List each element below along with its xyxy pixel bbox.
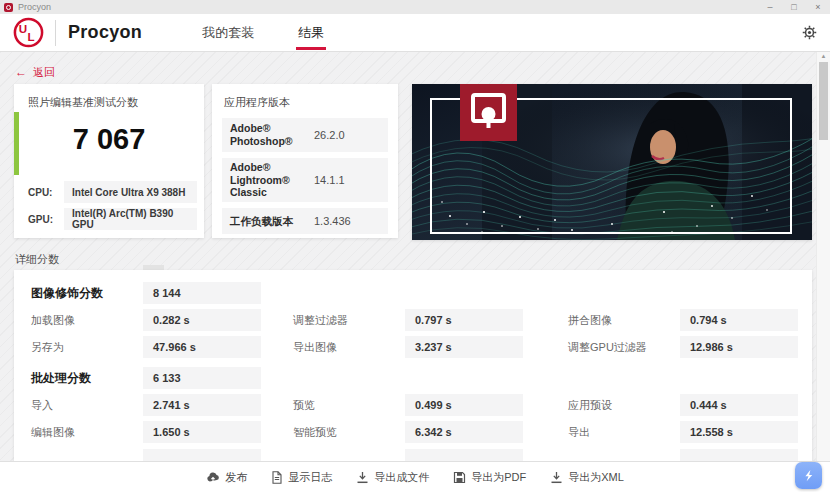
minimize-icon[interactable]: – <box>758 0 782 14</box>
gpu-value: Intel(R) Arc(TM) B390 GPU <box>64 208 197 230</box>
file-download-icon <box>356 471 369 484</box>
tab-my-suites[interactable]: 我的套装 <box>200 14 256 51</box>
widget-s-icon <box>801 468 816 483</box>
gpu-label: GPU: <box>14 214 64 225</box>
back-link[interactable]: ←返回 <box>15 65 55 80</box>
detail-section-title: 详细分数 <box>15 252 59 267</box>
vertical-scrollbar[interactable]: ▲ <box>816 52 830 461</box>
show-log-button[interactable]: 显示日志 <box>271 470 332 485</box>
export-file-button[interactable]: 导出成文件 <box>356 470 429 485</box>
cloud-upload-icon <box>206 471 220 483</box>
score-card-title: 照片编辑基准测试分数 <box>14 84 204 110</box>
retouch-score-value: 8 144 <box>143 282 261 304</box>
ul-logo-icon: U L <box>12 16 45 49</box>
maximize-icon[interactable]: □ <box>782 0 806 14</box>
metric-row: 导入2.741 s 预览0.499 s 应用预设0.444 s <box>14 394 812 416</box>
export-xml-button[interactable]: 导出为XML <box>550 470 624 485</box>
window-title: Procyon <box>18 2 51 12</box>
cpu-label: CPU: <box>14 187 64 198</box>
scrollbar-thumb[interactable] <box>819 62 828 140</box>
svg-text:U: U <box>19 22 27 35</box>
app-header: U L Procyon 我的套装 结果 <box>0 14 830 52</box>
metric-row: 编辑图像1.650 s 智能预览6.342 s 导出12.558 s <box>14 421 812 443</box>
app-versions-title: 应用程序版本 <box>224 95 388 110</box>
procyon-app-window: Procyon – □ × U L Procyon 我的套装 结果 <box>0 0 830 492</box>
publish-button[interactable]: 发布 <box>206 470 247 485</box>
scroll-up-icon[interactable]: ▲ <box>817 53 830 59</box>
tab-results[interactable]: 结果 <box>296 14 326 51</box>
benchmark-hero-image <box>412 84 812 240</box>
back-arrow-icon: ← <box>15 65 27 79</box>
floating-widget-button[interactable] <box>795 462 822 489</box>
close-icon[interactable]: × <box>806 0 830 14</box>
version-row-lightroom: Adobe® Lightroom® Classic 14.1.1 <box>222 158 388 202</box>
clipped-metric-row: 26.275 12.958 <box>14 448 812 461</box>
export-pdf-button[interactable]: 导出为PDF <box>453 470 526 485</box>
metric-row: 加载图像0.282 s 调整过滤器0.797 s 拼合图像0.794 s <box>14 309 812 331</box>
retouch-score-row: 图像修饰分数 8 144 <box>14 282 812 304</box>
overall-score: 7 067 <box>14 123 204 156</box>
gpu-row: GPU: Intel(R) Arc(TM) B390 GPU <box>14 208 204 230</box>
results-content: ←返回 照片编辑基准测试分数 7 067 CPU: Intel Core Ult… <box>0 52 830 461</box>
app-icon <box>4 3 13 12</box>
benchmark-score-card: 照片编辑基准测试分数 7 067 CPU: Intel Core Ultra X… <box>14 84 204 238</box>
photo-benchmark-logo <box>460 84 517 141</box>
log-document-icon <box>271 471 283 484</box>
cpu-row: CPU: Intel Core Ultra X9 388H <box>14 181 204 203</box>
batch-score-value: 6 133 <box>143 367 261 389</box>
footer-toolbar: 发布 显示日志 导出成文件 导出为PDF <box>0 461 830 492</box>
svg-text:L: L <box>28 30 35 43</box>
metric-row: 另存为47.966 s 导出图像3.237 s 调整GPU过滤器12.986 s <box>14 336 812 358</box>
detailed-scores-card: 图像修饰分数 8 144 加载图像0.282 s 调整过滤器0.797 s 拼合… <box>14 270 812 461</box>
batch-score-row: 批处理分数 6 133 <box>14 367 812 389</box>
version-row-photoshop: Adobe® Photoshop® 26.2.0 <box>222 118 388 152</box>
cpu-value: Intel Core Ultra X9 388H <box>64 181 197 203</box>
brand-divider <box>55 20 56 46</box>
settings-gear-icon[interactable] <box>802 25 817 40</box>
window-titlebar: Procyon – □ × <box>0 0 830 14</box>
app-versions-card: 应用程序版本 Adobe® Photoshop® 26.2.0 Adobe® L… <box>212 84 398 238</box>
score-gauge-bar <box>14 112 19 175</box>
version-row-workload: 工作负载版本 1.3.436 <box>222 208 388 234</box>
brand-name: Procyon <box>68 22 142 43</box>
main-nav: 我的套装 结果 <box>200 14 366 51</box>
save-pdf-icon <box>453 471 466 484</box>
xml-download-icon <box>550 471 563 484</box>
